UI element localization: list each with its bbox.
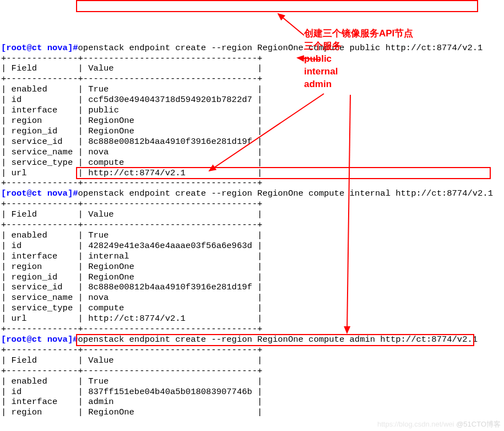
- table-sep: +--------------+------------------------…: [1, 220, 262, 230]
- watermark: https://blog.csdn.net/wei @51CTO博客: [373, 411, 501, 429]
- col-value: Value: [88, 209, 114, 219]
- terminal-output: [root@ct nova]#openstack endpoint create…: [1, 43, 493, 418]
- table-sep: +--------------+------------------------…: [1, 366, 262, 376]
- annot-line4: internal: [304, 66, 338, 77]
- table-sep: +--------------+------------------------…: [1, 53, 262, 63]
- cell-service-id: 8c888e00812b4aa4910f3916e281d19f: [88, 282, 252, 292]
- prompt-end: ]#: [68, 335, 78, 344]
- table-sep: +--------------+------------------------…: [1, 178, 262, 188]
- cell-enabled: True: [88, 376, 109, 386]
- table-sep: +--------------+------------------------…: [1, 324, 262, 334]
- cell-region-id: RegionOne: [88, 126, 134, 136]
- col-field: Field: [12, 355, 37, 365]
- annotation-label: 创建三个镜像服务API节点 三个服务 public internal admin: [304, 28, 413, 91]
- cell-id: 428249e41e3a46e4aaae03f56a6e963d: [88, 241, 252, 251]
- prompt-end: ]#: [68, 188, 78, 198]
- annot-line3: public: [304, 53, 332, 64]
- annot-line1: 创建三个镜像服务API节点: [304, 28, 413, 39]
- cell-id: 837ff151ebe04b40a5b018083907746b: [88, 387, 252, 397]
- prompt-path: nova: [47, 335, 68, 344]
- cell-service-type: compute: [88, 303, 124, 313]
- highlight-cmd-public: [76, 0, 478, 12]
- col-field: Field: [12, 209, 37, 219]
- cell-service-id: 8c888e00812b4aa4910f3916e281d19f: [88, 137, 252, 147]
- cell-region: RegionOne: [88, 407, 134, 417]
- annot-line5: admin: [304, 79, 332, 89]
- cell-service-name: nova: [88, 293, 109, 303]
- cell-url: http://ct:8774/v2.1: [88, 168, 186, 178]
- prompt-root: [root@ct: [1, 335, 47, 344]
- cell-url: http://ct:8774/v2.1: [88, 314, 186, 324]
- prompt-end: ]#: [68, 43, 78, 53]
- cell-id: ccf5d30e494043718d5949201b7822d7: [88, 95, 252, 105]
- table-sep: +--------------+------------------------…: [1, 345, 262, 355]
- arrow-to-public-cmd: [278, 14, 304, 35]
- col-value: Value: [88, 63, 114, 73]
- command-admin: openstack endpoint create --region Regio…: [78, 335, 478, 344]
- cell-region-id: RegionOne: [88, 272, 134, 282]
- cell-service-type: compute: [88, 158, 124, 168]
- cell-service-name: nova: [88, 147, 109, 157]
- cell-interface: public: [88, 105, 119, 115]
- cell-enabled: True: [88, 84, 109, 94]
- table-sep: +--------------+------------------------…: [1, 74, 262, 84]
- cell-enabled: True: [88, 230, 109, 240]
- col-field: Field: [12, 63, 37, 73]
- cell-interface: admin: [88, 397, 114, 407]
- cell-interface: internal: [88, 251, 129, 261]
- command-internal: openstack endpoint create --region Regio…: [78, 188, 493, 198]
- prompt-path: nova: [47, 43, 68, 53]
- prompt-root: [root@ct: [1, 188, 47, 198]
- col-value: Value: [88, 355, 114, 365]
- table-sep: +--------------+------------------------…: [1, 199, 262, 209]
- cell-region: RegionOne: [88, 116, 134, 126]
- prompt-root: [root@ct: [1, 43, 47, 53]
- command-public: openstack endpoint create --region Regio…: [78, 43, 483, 53]
- prompt-path: nova: [47, 188, 68, 198]
- annot-line2: 三个服务: [304, 41, 342, 51]
- arrow-to-admin-cmd: [347, 95, 350, 333]
- cell-region: RegionOne: [88, 262, 134, 272]
